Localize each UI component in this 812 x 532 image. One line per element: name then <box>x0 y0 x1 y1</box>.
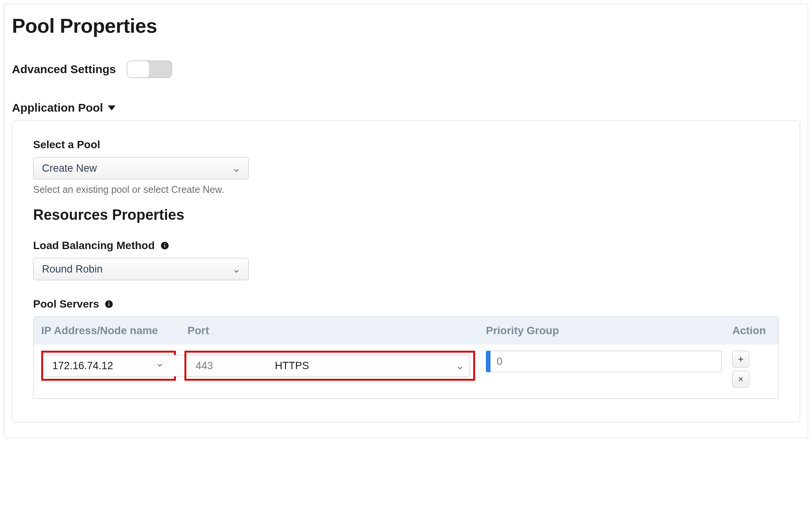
col-priority: Priority Group <box>486 325 732 337</box>
chevron-down-icon <box>457 362 464 369</box>
port-highlight: HTTPS <box>184 351 475 381</box>
resources-properties-title: Resources Properties <box>33 207 779 223</box>
advanced-settings-toggle[interactable] <box>127 60 172 78</box>
info-icon[interactable] <box>104 299 114 309</box>
pool-servers-field: Pool Servers IP Address/Node name Port P… <box>33 298 779 399</box>
lb-method-label: Load Balancing Method <box>33 239 155 252</box>
select-pool-help: Select an existing pool or select Create… <box>33 184 779 195</box>
application-pool-subpanel: Select a Pool Create New Select an exist… <box>12 120 800 422</box>
advanced-settings-label: Advanced Settings <box>12 63 116 76</box>
action-cell <box>732 351 771 388</box>
col-action: Action <box>732 325 771 337</box>
svg-rect-5 <box>109 302 109 303</box>
protocol-value: HTTPS <box>275 360 309 372</box>
ip-highlight <box>41 351 176 381</box>
remove-row-button[interactable] <box>732 371 749 388</box>
priority-cell <box>486 351 722 372</box>
page-title: Pool Properties <box>12 14 800 37</box>
lb-method-dropdown[interactable]: Round Robin <box>33 258 249 280</box>
col-port: Port <box>188 325 486 337</box>
section-title-text: Application Pool <box>12 101 103 114</box>
ip-input[interactable] <box>46 355 198 376</box>
ip-cell <box>46 355 171 376</box>
info-icon[interactable] <box>160 241 169 250</box>
pool-servers-table: IP Address/Node name Port Priority Group… <box>33 316 779 399</box>
add-row-button[interactable] <box>732 351 749 368</box>
lb-method-value: Round Robin <box>42 263 103 275</box>
lb-method-label-row: Load Balancing Method <box>33 239 779 252</box>
protocol-dropdown[interactable]: HTTPS <box>266 355 470 376</box>
pool-servers-label-row: Pool Servers <box>33 298 779 310</box>
col-ip: IP Address/Node name <box>41 325 188 337</box>
toggle-knob <box>127 61 149 77</box>
select-pool-label: Select a Pool <box>33 139 779 151</box>
svg-rect-1 <box>164 245 165 248</box>
blue-bar <box>486 351 491 372</box>
select-pool-value: Create New <box>42 162 97 174</box>
protocol-cell: HTTPS <box>262 355 470 376</box>
pool-properties-panel: Pool Properties Advanced Settings Applic… <box>4 4 808 438</box>
chevron-down-icon <box>233 165 240 172</box>
table-row: HTTPS <box>33 345 779 398</box>
pool-servers-label: Pool Servers <box>33 298 99 310</box>
select-pool-field: Select a Pool Create New Select an exist… <box>33 139 779 195</box>
priority-input[interactable] <box>491 351 722 372</box>
caret-down-icon <box>108 105 116 110</box>
port-cell <box>189 355 255 376</box>
chevron-down-icon <box>233 266 240 273</box>
svg-rect-4 <box>109 303 109 306</box>
table-header: IP Address/Node name Port Priority Group… <box>33 317 779 345</box>
select-pool-dropdown[interactable]: Create New <box>33 157 249 179</box>
advanced-settings-row: Advanced Settings <box>12 60 800 78</box>
svg-rect-2 <box>164 243 165 244</box>
application-pool-section-toggle[interactable]: Application Pool <box>12 101 800 114</box>
lb-method-field: Load Balancing Method Round Robin <box>33 239 779 280</box>
